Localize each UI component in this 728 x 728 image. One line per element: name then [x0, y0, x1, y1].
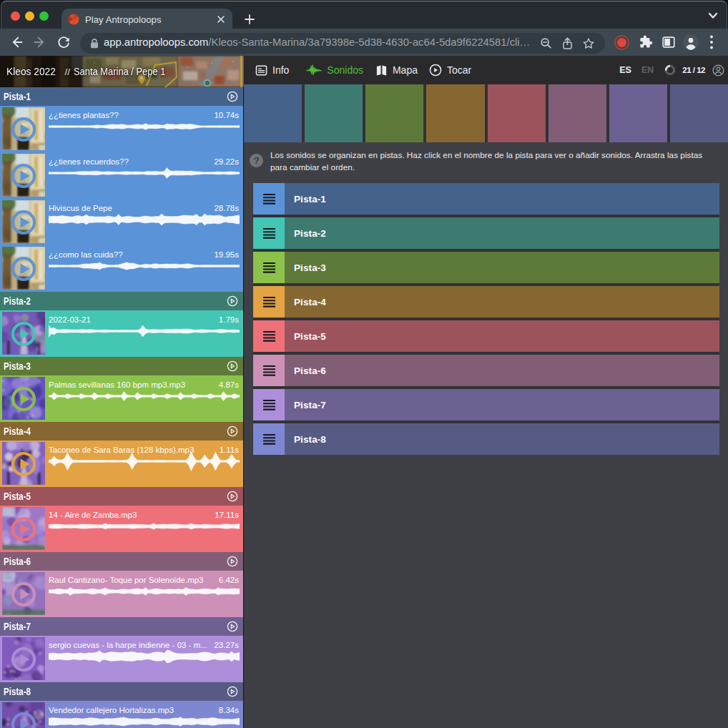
drag-handle[interactable] — [253, 217, 285, 249]
tab-close-icon[interactable] — [217, 15, 225, 24]
track-color-swatch[interactable] — [670, 84, 728, 142]
macos-close-button[interactable] — [11, 11, 20, 21]
play-track-icon[interactable] — [227, 360, 238, 372]
track-header[interactable]: Pista-5 — [0, 487, 243, 506]
track-row-body[interactable]: Pista-8 — [285, 423, 719, 455]
play-track-icon[interactable] — [227, 295, 238, 307]
clip-row[interactable]: Vendedor callejero Hortalizas.mp3 8.34s — [0, 701, 243, 728]
play-track-icon[interactable] — [227, 686, 238, 697]
track-row[interactable]: Pista-8 — [253, 423, 719, 455]
url-text[interactable]: app.antropoloops.com/Kleos-Santa-Marina/… — [104, 36, 530, 48]
macos-fullscreen-button[interactable] — [39, 11, 49, 21]
track-row[interactable]: Pista-7 — [253, 389, 719, 420]
drag-handle[interactable] — [253, 389, 285, 420]
track-row-body[interactable]: Pista-3 — [285, 252, 719, 283]
track-row[interactable]: Pista-1 — [253, 183, 719, 215]
clip-thumbnail[interactable] — [2, 702, 45, 728]
account-icon[interactable] — [712, 64, 724, 77]
clip-row[interactable]: 2022-03-21 1.79s — [0, 310, 243, 357]
track-header[interactable]: Pista-1 — [0, 87, 243, 106]
track-color-swatch[interactable] — [305, 84, 363, 142]
tab-search-chevron-icon[interactable] — [708, 12, 718, 19]
clip-thumbnail[interactable] — [2, 107, 45, 150]
track-row-body[interactable]: Pista-2 — [285, 217, 719, 249]
back-button[interactable] — [9, 34, 24, 50]
play-track-icon[interactable] — [227, 491, 238, 502]
drag-handle[interactable] — [253, 286, 285, 318]
track-header[interactable]: Pista-7 — [0, 617, 243, 636]
clip-thumbnail[interactable] — [2, 637, 45, 680]
track-header[interactable]: Pista-4 — [0, 422, 243, 441]
track-row-body[interactable]: Pista-6 — [285, 355, 719, 386]
extensions-puzzle-icon[interactable] — [638, 34, 653, 49]
lang-en-button[interactable]: EN — [641, 65, 654, 75]
track-header[interactable]: Pista-6 — [0, 552, 243, 571]
new-tab-button[interactable] — [240, 9, 260, 29]
track-row[interactable]: Pista-4 — [253, 286, 719, 318]
track-row-body[interactable]: Pista-5 — [285, 320, 719, 352]
nav-sonidos[interactable]: Sonidos — [306, 64, 363, 77]
drag-handle[interactable] — [253, 320, 285, 352]
drag-handle[interactable] — [253, 423, 285, 455]
record-extension-icon[interactable] — [614, 34, 630, 51]
play-track-icon[interactable] — [227, 556, 238, 567]
clip-row[interactable]: sergio cuevas - la harpe indienne - 03 -… — [0, 636, 243, 682]
clip-row[interactable]: ¿¿tienes plantas?? 10.74s — [0, 106, 243, 152]
profile-avatar-icon[interactable] — [682, 34, 699, 51]
track-color-swatch[interactable] — [426, 84, 484, 142]
track-header[interactable]: Pista-3 — [0, 357, 243, 375]
browser-tab[interactable]: Play Antropoloops — [62, 9, 232, 30]
track-color-swatch[interactable] — [365, 84, 423, 142]
track-row-body[interactable]: Pista-7 — [285, 389, 719, 420]
clip-thumbnail[interactable] — [2, 312, 45, 355]
play-track-icon[interactable] — [227, 426, 238, 437]
clip-thumbnail[interactable] — [2, 377, 45, 420]
browser-menu-kebab-icon[interactable] — [710, 35, 713, 49]
clip-thumbnail[interactable] — [2, 442, 45, 485]
clip-row[interactable]: Raul Cantizano- Toque por Solenoide.mp3 … — [0, 571, 243, 617]
play-track-icon[interactable] — [227, 91, 238, 102]
track-row[interactable]: Pista-2 — [253, 217, 719, 249]
track-row-body[interactable]: Pista-4 — [285, 286, 719, 318]
drag-handle[interactable] — [253, 183, 285, 215]
breadcrumb-photo[interactable]: Kleos 2022 // Santa Marina / Pepe 1 — [0, 56, 244, 87]
bookmark-star-icon[interactable] — [582, 37, 595, 50]
clip-thumbnail[interactable] — [2, 200, 45, 243]
clip-row[interactable]: ¿¿como las cuida?? 19.95s — [0, 245, 243, 292]
clip-thumbnail[interactable] — [2, 154, 45, 197]
nav-tocar[interactable]: Tocar — [429, 64, 471, 77]
macos-minimize-button[interactable] — [25, 11, 34, 21]
reload-button[interactable] — [56, 35, 71, 49]
nav-mapa[interactable]: Mapa — [375, 64, 418, 77]
clip-thumbnail[interactable] — [2, 572, 45, 615]
track-color-swatch[interactable] — [549, 84, 606, 142]
nav-info[interactable]: Info — [255, 64, 289, 77]
clip-row[interactable]: Hiviscus de Pepe 28.78s — [0, 199, 243, 245]
clip-row[interactable]: Taconeo de Sara Baras (128 kbps).mp3 1.1… — [0, 441, 243, 487]
track-header[interactable]: Pista-2 — [0, 292, 243, 310]
track-color-swatch[interactable] — [609, 84, 667, 142]
clip-row[interactable]: ¿¿tienes recuerdos?? 29.22s — [0, 152, 243, 199]
forward-button[interactable] — [32, 34, 48, 50]
track-header[interactable]: Pista-8 — [0, 682, 243, 701]
drag-handle[interactable] — [253, 252, 285, 283]
track-color-swatch[interactable] — [244, 84, 302, 142]
lock-icon[interactable] — [89, 38, 99, 49]
track-row[interactable]: Pista-6 — [253, 355, 719, 386]
lang-es-button[interactable]: ES — [619, 65, 631, 75]
track-row[interactable]: Pista-3 — [253, 252, 719, 283]
share-icon[interactable] — [561, 37, 574, 50]
clip-thumbnail[interactable] — [2, 507, 45, 550]
breadcrumb-project[interactable]: Kleos 2022 — [6, 66, 56, 77]
clip-row[interactable]: 14 - Aire de Zamba.mp3 17.11s — [0, 506, 243, 552]
address-bar[interactable]: app.antropoloops.com/Kleos-Santa-Marina/… — [80, 33, 605, 54]
track-row[interactable]: Pista-5 — [253, 320, 719, 352]
track-row-body[interactable]: Pista-1 — [285, 183, 719, 215]
side-panel-icon[interactable] — [661, 34, 677, 50]
zoom-icon[interactable] — [540, 37, 552, 49]
drag-handle[interactable] — [253, 355, 285, 386]
clip-thumbnail[interactable] — [2, 247, 45, 290]
play-track-icon[interactable] — [227, 621, 238, 632]
clip-row[interactable]: Palmas sevillanas 160 bpm mp3.mp3 4.87s — [0, 375, 243, 422]
track-color-swatch[interactable] — [488, 84, 546, 142]
